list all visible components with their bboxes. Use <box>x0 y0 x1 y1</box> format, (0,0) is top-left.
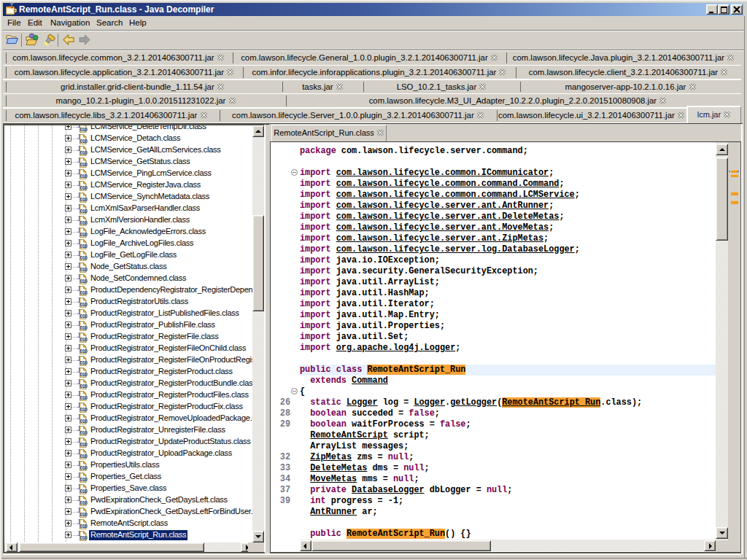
svg-text:010: 010 <box>80 500 88 505</box>
svg-text:010: 010 <box>80 384 88 389</box>
svg-text:010: 010 <box>80 174 88 179</box>
svg-text:010: 010 <box>80 325 88 330</box>
svg-text:010: 010 <box>80 267 88 272</box>
svg-text:010: 010 <box>80 185 88 190</box>
svg-text:010: 010 <box>80 442 88 447</box>
svg-text:010: 010 <box>80 524 88 529</box>
svg-text:010: 010 <box>80 139 88 144</box>
svg-text:010: 010 <box>80 395 88 400</box>
svg-text:010: 010 <box>80 197 88 202</box>
svg-text:010: 010 <box>80 477 88 482</box>
svg-text:010: 010 <box>80 220 88 225</box>
svg-text:010: 010 <box>80 150 88 155</box>
svg-text:010: 010 <box>80 279 88 284</box>
svg-text:010: 010 <box>80 407 88 412</box>
svg-text:010: 010 <box>80 314 88 319</box>
svg-text:010: 010 <box>80 465 88 470</box>
svg-text:010: 010 <box>80 232 88 237</box>
svg-text:010: 010 <box>80 302 88 307</box>
svg-text:010: 010 <box>80 512 88 517</box>
svg-text:010: 010 <box>80 127 88 132</box>
svg-text:010: 010 <box>80 360 88 365</box>
svg-text:010: 010 <box>80 454 88 459</box>
svg-text:010: 010 <box>80 162 88 167</box>
svg-text:010: 010 <box>80 372 88 377</box>
svg-text:010: 010 <box>80 255 88 260</box>
svg-text:010: 010 <box>80 349 88 354</box>
svg-text:010: 010 <box>80 430 88 435</box>
svg-text:010: 010 <box>80 535 88 540</box>
svg-text:010: 010 <box>80 419 88 424</box>
svg-text:010: 010 <box>80 244 88 249</box>
svg-text:010: 010 <box>80 209 88 214</box>
svg-text:010: 010 <box>80 290 88 295</box>
svg-text:010: 010 <box>80 489 88 494</box>
svg-text:010: 010 <box>80 337 88 342</box>
